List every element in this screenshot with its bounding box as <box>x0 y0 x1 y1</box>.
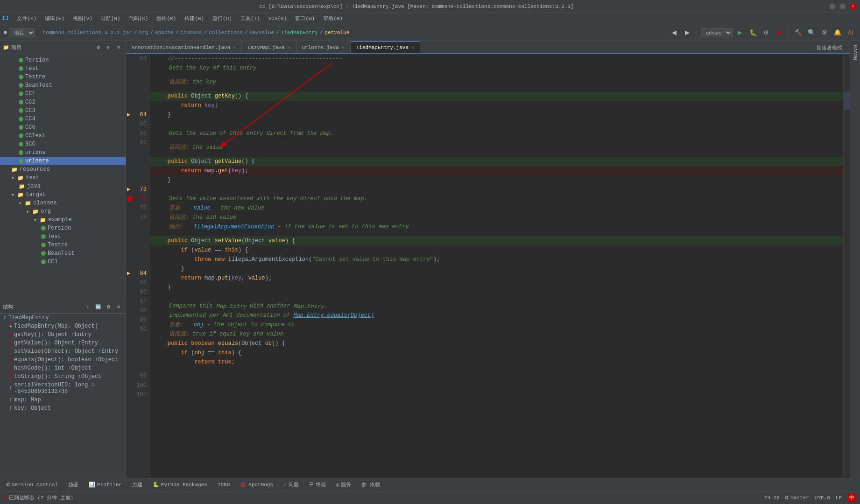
code-line-85[interactable]: if (value == this) { <box>150 245 843 255</box>
reader-mode-btn[interactable]: 阅读者模式 <box>813 42 846 53</box>
menu-build[interactable]: 构建(B) <box>181 14 208 23</box>
menu-code[interactable]: 代码(C) <box>125 14 152 23</box>
tree-item-scc[interactable]: SCC <box>0 140 126 148</box>
search-btn[interactable]: 🔍 <box>806 27 817 38</box>
tree-item-cc2[interactable]: CC2 <box>0 98 126 106</box>
struct-getvalue[interactable]: m getValue(): Object ↑Entry <box>0 339 126 347</box>
coverage-btn[interactable]: ⚙ <box>761 27 772 38</box>
tree-item-cc4[interactable]: CC4 <box>0 115 126 123</box>
maximize-btn[interactable]: □ <box>839 3 846 10</box>
code-content[interactable]: //--------------------------------------… <box>150 54 843 478</box>
tree-item-test[interactable]: Test <box>0 64 126 73</box>
line-ending-indicator[interactable]: LF <box>836 495 842 501</box>
tree-item-cc1[interactable]: CC1 <box>0 90 126 98</box>
tree-item-cctest[interactable]: CCTest <box>0 132 126 140</box>
code-line-84[interactable]: public Object setValue(Object value) { <box>150 236 843 245</box>
ai-btn[interactable]: AI <box>845 27 856 38</box>
breadcrumb-jar[interactable]: commons-collections-3.2.1.jar <box>43 30 132 35</box>
bottom-tab-spotbugs[interactable]: 🐞 SpotBugs <box>235 480 278 489</box>
menu-refactor[interactable]: 重构(R) <box>153 14 180 23</box>
menu-window[interactable]: 窗口(W) <box>291 14 318 23</box>
struct-getkey[interactable]: m getKey(): Object ↑Entry <box>0 330 126 339</box>
menu-run[interactable]: 运行(U) <box>209 14 236 23</box>
struct-class[interactable]: C TiedMapEntry <box>0 314 126 322</box>
bottom-tab-problems[interactable]: ⚠ 问题 <box>279 480 303 490</box>
run-btn[interactable]: ▶ <box>734 27 746 38</box>
tree-item-java[interactable]: 📁 java <box>0 182 126 190</box>
bottom-tab-profiler[interactable]: 📊 Profiler <box>84 480 127 489</box>
tab-close-icon[interactable]: ✕ <box>411 45 414 50</box>
menu-file[interactable]: 文件(F) <box>13 14 40 23</box>
encoding-indicator[interactable]: UTF-8 <box>815 495 830 501</box>
breadcrumb-keyvalue[interactable]: keyvalue <box>249 30 274 35</box>
tab-close-icon[interactable]: ✕ <box>287 45 290 50</box>
tree-item-testre2[interactable]: Testre <box>0 241 126 249</box>
debug-btn[interactable]: 🐛 <box>747 27 759 38</box>
tree-item-persion[interactable]: Persion <box>0 56 126 64</box>
tree-item-test2[interactable]: Test <box>0 232 126 241</box>
menu-edit[interactable]: 编辑(E) <box>41 14 68 23</box>
code-line-73[interactable]: public Object getValue() { <box>150 157 843 166</box>
breadcrumb-method[interactable]: getValue <box>325 30 350 35</box>
code-line-65[interactable]: return key; <box>150 101 843 110</box>
breadcrumb-class[interactable]: TiedMapEntry <box>281 30 318 35</box>
run-config-selector[interactable]: urlnsre <box>701 28 733 37</box>
code-line-74[interactable]: return map.get(key); <box>150 166 843 175</box>
struct-setvalue[interactable]: m setValue(Object): Object ↑Entry <box>0 347 126 356</box>
tree-item-testre[interactable]: Testre <box>0 73 126 81</box>
fwd-btn[interactable]: ▶ <box>682 27 693 38</box>
code-line-90[interactable] <box>150 292 843 301</box>
struct-serial[interactable]: f serialVersionUID: long = -845386936132… <box>0 381 126 396</box>
bottom-tab-todo[interactable]: TODO <box>213 481 234 489</box>
bottom-tab-terminal[interactable]: ☰ 终端 <box>304 480 331 490</box>
bottom-tab-track[interactable]: 趋迹 <box>63 480 83 490</box>
stop-btn[interactable]: ■ <box>774 27 785 38</box>
tree-item-target[interactable]: ▾ 📁 target <box>0 190 126 199</box>
close-btn[interactable]: ✕ <box>850 3 856 10</box>
bottom-tab-build[interactable]: 力建 <box>127 480 147 490</box>
build-project-btn[interactable]: 🔨 <box>793 27 804 38</box>
bottom-tab-python[interactable]: 🐍 Python Packages <box>148 480 212 489</box>
menu-vcs[interactable]: VCS(S) <box>265 15 291 22</box>
tab-annotation[interactable]: AnnotationInvocationHandler.java ✕ <box>126 41 242 53</box>
tree-item-beantest2[interactable]: BeanTest <box>0 249 126 258</box>
menu-navigate[interactable]: 导航(N) <box>97 14 124 23</box>
code-line-64[interactable]: public Object getKey() { <box>150 91 843 101</box>
code-line-67[interactable] <box>150 119 843 129</box>
struct-settings-btn[interactable]: ⚙ <box>104 303 113 311</box>
project-selector[interactable]: 项目 <box>9 28 35 37</box>
tab-close-icon[interactable]: ✕ <box>233 45 236 50</box>
struct-filter-btn[interactable]: 🔤 <box>94 303 102 311</box>
git-branch[interactable]: ⑆ master <box>785 495 809 501</box>
code-line-58[interactable]: //--------------------------------------… <box>150 54 843 63</box>
breadcrumb-org[interactable]: org <box>139 30 148 35</box>
maven-label[interactable]: Maven <box>852 41 859 64</box>
code-line-66[interactable]: } <box>150 110 843 119</box>
tree-item-cc6[interactable]: CC6 <box>0 123 126 132</box>
project-more-btn[interactable]: ✕ <box>114 43 123 52</box>
tree-item-org[interactable]: ▾ 📁 org <box>0 207 126 216</box>
tree-item-cc3[interactable]: CC3 <box>0 106 126 115</box>
struct-hashcode[interactable]: m hashCode(): int ↑Object <box>0 364 126 372</box>
menu-tools[interactable]: 工具(T) <box>237 14 264 23</box>
code-line-99[interactable]: public boolean equals(Object obj) { <box>150 339 843 348</box>
tree-item-test-folder[interactable]: ▾ 📁 test <box>0 174 126 182</box>
tab-tiedmapentry[interactable]: TiedMapEntry.java ✕ <box>351 41 420 53</box>
menu-help[interactable]: 帮助(H) <box>319 14 346 23</box>
project-settings-btn[interactable]: ⚙ <box>94 43 102 52</box>
tab-close-icon[interactable]: ✕ <box>342 45 345 50</box>
struct-close-btn[interactable]: ✕ <box>114 303 123 311</box>
struct-key[interactable]: f key: Object <box>0 404 126 413</box>
code-line-86[interactable]: throw new IllegalArgumentException("Cann… <box>150 255 843 264</box>
code-line-75[interactable]: } <box>150 175 843 185</box>
struct-constructor[interactable]: ● TiedMapEntry(Map, Object) <box>0 322 126 330</box>
code-line-100[interactable]: if (obj == this) { <box>150 348 843 357</box>
struct-tostring[interactable]: m toString(): String ↑Object <box>0 372 126 381</box>
struct-map[interactable]: f map: Map <box>0 396 126 404</box>
tree-item-persion2[interactable]: Persion <box>0 224 126 232</box>
bottom-tab-vcs[interactable]: ⑆ Version Control <box>2 481 63 489</box>
minimize-btn[interactable]: ─ <box>829 3 836 10</box>
code-line-76[interactable] <box>150 185 843 194</box>
tree-item-urlnsre[interactable]: urlnsre <box>0 157 126 165</box>
breadcrumb-commons[interactable]: commons <box>180 30 202 35</box>
